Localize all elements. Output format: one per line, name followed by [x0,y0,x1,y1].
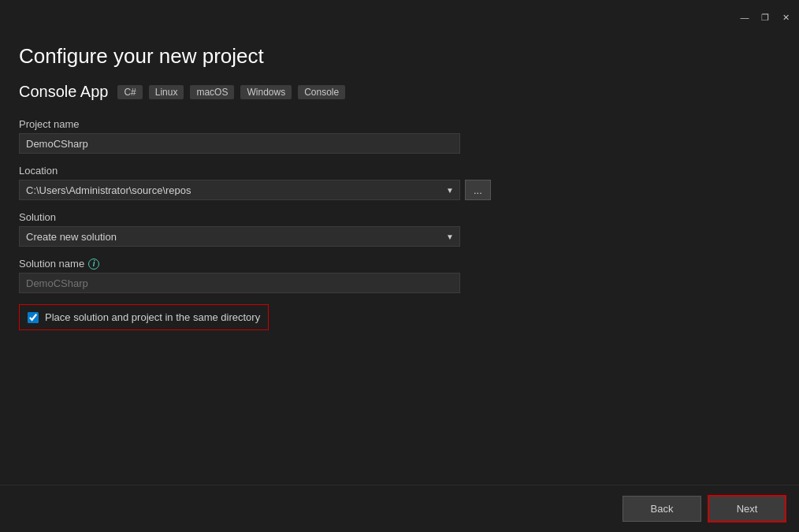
solution-name-input[interactable] [19,273,460,293]
minimize-button[interactable]: — [738,10,752,24]
tag-linux: Linux [149,85,184,99]
tag-console: Console [298,85,345,99]
solution-label: Solution [19,211,780,223]
location-group: Location C:\Users\Administrator\source\r… [19,165,780,200]
tag-windows: Windows [240,85,292,99]
main-content: Configure your new project Console App C… [0,28,799,346]
solution-wrapper: Create new solution ▼ [19,226,460,247]
location-row: C:\Users\Administrator\source\repos ▼ ..… [19,180,780,200]
same-directory-label[interactable]: Place solution and project in the same d… [45,311,260,323]
same-directory-checkbox[interactable] [28,312,39,323]
next-button[interactable]: Next [708,495,786,523]
app-name: Console App [19,83,108,101]
title-bar: — ❐ ✕ [0,0,799,28]
tag-macos: macOS [190,85,234,99]
page-title: Configure your new project [19,44,780,69]
browse-button[interactable]: ... [465,180,491,200]
solution-select[interactable]: Create new solution [19,226,460,247]
project-name-group: Project name [19,118,780,154]
info-icon: i [88,259,99,270]
app-title-row: Console App C# Linux macOS Windows Conso… [19,83,780,101]
restore-button[interactable]: ❐ [758,10,772,24]
close-button[interactable]: ✕ [779,10,793,24]
location-label: Location [19,165,780,177]
bottom-bar: Back Next [0,485,799,532]
solution-name-label: Solution name i [19,258,780,270]
solution-group: Solution Create new solution ▼ [19,211,780,247]
tag-csharp: C# [117,85,142,99]
location-wrapper: C:\Users\Administrator\source\repos ▼ [19,180,460,200]
same-directory-checkbox-row[interactable]: Place solution and project in the same d… [19,304,269,330]
project-name-input[interactable] [19,133,460,154]
solution-name-group: Solution name i [19,258,780,293]
location-select[interactable]: C:\Users\Administrator\source\repos [19,180,460,200]
back-button[interactable]: Back [622,496,701,522]
project-name-label: Project name [19,118,780,130]
